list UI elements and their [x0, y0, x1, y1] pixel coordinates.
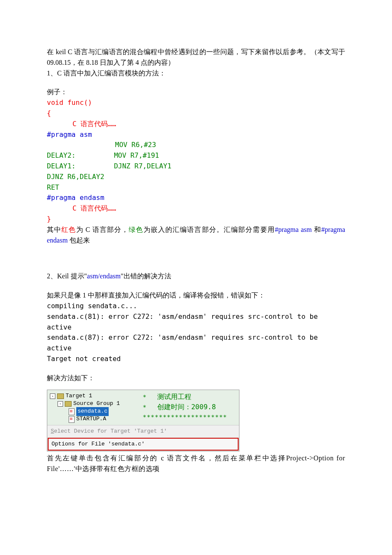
code-line: #pragma endasm [47, 193, 345, 203]
intro-text-2: 1、C 语言中加入汇编语言模块的方法： [47, 68, 345, 79]
error-line: sendata.c(87): error C272: 'asm/endasm' … [47, 332, 345, 354]
section2-desc: 如果只是像 1 中那样直接加入汇编代码的话，编译将会报错，错误如下： [47, 290, 345, 301]
context-menu-item-disabled: Select Device for Target 'Target 1' [47, 425, 239, 437]
editor-preview: * 测试用工程 * 创建时间：2009.8 ******************… [141, 390, 239, 425]
code-line: #pragma asm [47, 130, 345, 140]
error-line: Target not created [47, 354, 345, 364]
tree-node-group[interactable]: - Source Group 1 [50, 400, 139, 408]
project-tree: - Target 1 - Source Group 1 sendata.c ST… [47, 390, 141, 425]
tree-node-file[interactable]: STARTUP.A [50, 416, 139, 423]
collapse-icon[interactable]: - [58, 401, 63, 407]
folder-icon [65, 401, 72, 407]
error-line: sendata.c(81): error C272: 'asm/endasm' … [47, 312, 345, 333]
tree-node-file-selected[interactable]: sendata.c [50, 408, 139, 416]
error-line: compiling sendata.c... [47, 301, 345, 312]
collapse-icon[interactable]: - [50, 393, 55, 399]
code-line: DJNZ R6,DELAY2 [47, 172, 345, 182]
code-block: void func() { C 语言代码…… #pragma asm MOV R… [47, 98, 345, 225]
example-label: 例子： [47, 87, 345, 98]
folder-icon [57, 393, 64, 399]
intro-text-1: 在 keil C 语言与汇编语言的混合编程中曾经遇到过的一些问题，写下来留作以后… [47, 47, 345, 68]
code-line: RET [47, 182, 345, 193]
explain-paragraph: 其中红色为 C 语言部分，绿色为嵌入的汇编语言部分。汇编部分需要用#pragma… [47, 225, 345, 246]
solve-label: 解决方法如下： [47, 373, 345, 384]
code-line: C 语言代码…… [47, 203, 345, 214]
tree-node-target[interactable]: - Target 1 [50, 393, 139, 400]
file-icon [69, 416, 75, 423]
code-line: { [47, 108, 345, 119]
code-line: void func() [47, 98, 345, 108]
ide-screenshot-box: - Target 1 - Source Group 1 sendata.c ST… [47, 390, 239, 451]
file-icon [69, 408, 75, 415]
code-line: DELAY1:DJNZ R7,DELAY1 [47, 161, 345, 172]
context-menu-item-options[interactable]: Options for File 'sendata.c' [48, 438, 239, 451]
code-line: MOV R6,#23 [47, 140, 345, 150]
footer-paragraph: 首先左键单击包含有汇编部分的 c 语言文件名，然后在菜单栏中选择Project-… [47, 453, 345, 474]
code-line: } [47, 214, 345, 225]
section2-title: 2、Keil 提示"asm/endasm"出错的解决方法 [47, 271, 345, 282]
code-line: C 语言代码…… [47, 119, 345, 130]
code-line: DELAY2:MOV R7,#191 [47, 150, 345, 161]
